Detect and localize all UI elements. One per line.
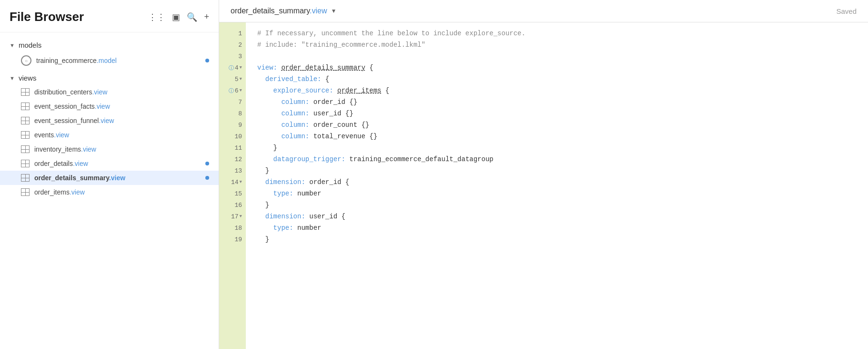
line-num-9: 9 <box>219 120 246 131</box>
file-tab-name: order_details_summary.view <box>231 7 327 15</box>
models-label: models <box>19 41 41 49</box>
code-line-5: derived_table: { <box>257 74 857 85</box>
code-editor[interactable]: # If necessary, uncomment the line below… <box>246 22 868 349</box>
code-line-7: column: order_id {} <box>257 97 857 108</box>
model-filename: training_ecommerce.model <box>36 57 201 64</box>
sidebar-item-distribution-centers[interactable]: distribution_centers.view <box>0 85 219 99</box>
line-num-18: 18 <box>219 223 246 234</box>
code-line-2: # include: "training_ecommerce.model.lkm… <box>257 40 857 51</box>
editor-header: order_details_summary.view ▼ Saved <box>219 0 868 22</box>
view-filename: event_session_funnel.view <box>34 117 209 124</box>
line-num-14: 14 ▼ <box>219 177 246 188</box>
code-line-6: explore_source: order_items { <box>257 85 857 97</box>
sidebar-item-event-session-funnel[interactable]: event_session_funnel.view <box>0 113 219 128</box>
line-numbers: 1 2 3 ⓘ 4 ▼ 5 ▼ ⓘ 6 ▼ 7 8 9 10 11 12 13 <box>219 22 246 349</box>
sidebar: File Browser ⋮⋮ ▣ 🔍 + ▼ models ○ trainin… <box>0 0 219 349</box>
checkbox-icon[interactable]: ▣ <box>172 12 180 22</box>
view-filename: order_details.view <box>34 160 201 167</box>
info-icon-6[interactable]: ⓘ <box>229 87 234 96</box>
line-num-11: 11 <box>219 143 246 154</box>
modified-dot <box>205 162 209 165</box>
code-line-4: view: order_details_summary { <box>257 62 857 74</box>
plus-icon[interactable]: + <box>204 12 209 22</box>
line-num-3: 3 <box>219 51 246 62</box>
line-num-2: 2 <box>219 40 246 51</box>
views-label: views <box>19 74 37 82</box>
code-line-18: type: number <box>257 223 857 234</box>
line-num-4: ⓘ 4 ▼ <box>219 62 246 74</box>
sidebar-toolbar: ⋮⋮ ▣ 🔍 + <box>148 12 209 22</box>
models-parent[interactable]: ▼ models <box>0 38 219 52</box>
view-icon <box>21 88 30 96</box>
code-line-1: # If necessary, uncomment the line below… <box>257 28 857 40</box>
line-num-7: 7 <box>219 97 246 108</box>
search-icon[interactable]: 🔍 <box>187 12 197 22</box>
file-tab-ext: .view <box>310 7 327 15</box>
file-tree: ▼ models ○ training_ecommerce.model ▼ vi… <box>0 32 219 349</box>
line-num-10: 10 <box>219 131 246 143</box>
model-ext: .model <box>97 57 117 64</box>
code-line-10: column: total_revenue {} <box>257 131 857 143</box>
tab-dropdown-arrow[interactable]: ▼ <box>331 8 336 14</box>
view-icon <box>21 160 30 167</box>
views-section: ▼ views distribution_centers.view <box>0 71 219 199</box>
fold-arrow-17[interactable]: ▼ <box>240 213 242 220</box>
sidebar-item-events[interactable]: events.view <box>0 128 219 142</box>
views-children: distribution_centers.view event_session_… <box>0 85 219 199</box>
line-num-17: 17 ▼ <box>219 211 246 223</box>
file-tab[interactable]: order_details_summary.view ▼ <box>231 7 336 15</box>
sidebar-item-order-details[interactable]: order_details.view <box>0 156 219 171</box>
code-line-9: column: order_count {} <box>257 120 857 131</box>
code-line-17: dimension: user_id { <box>257 211 857 223</box>
view-icon <box>21 117 30 124</box>
sidebar-item-order-details-summary[interactable]: order_details_summary.view <box>0 171 219 185</box>
code-line-19: } <box>257 234 857 246</box>
code-line-12: datagroup_trigger: training_ecommerce_de… <box>257 154 857 165</box>
models-section: ▼ models ○ training_ecommerce.model <box>0 38 219 69</box>
line-num-6: ⓘ 6 ▼ <box>219 85 246 97</box>
sidebar-title: File Browser <box>10 10 84 24</box>
code-line-3 <box>257 51 857 62</box>
line-num-1: 1 <box>219 28 246 40</box>
models-children: ○ training_ecommerce.model <box>0 52 219 69</box>
code-line-11: } <box>257 143 857 154</box>
view-icon <box>21 103 30 110</box>
models-chevron: ▼ <box>10 42 15 48</box>
sidebar-item-inventory-items[interactable]: inventory_items.view <box>0 142 219 156</box>
code-line-13: } <box>257 165 857 177</box>
line-num-15: 15 <box>219 188 246 200</box>
views-parent[interactable]: ▼ views <box>0 71 219 85</box>
sidebar-item-event-session-facts[interactable]: event_session_facts.view <box>0 99 219 113</box>
view-icon <box>21 145 30 153</box>
code-line-16: } <box>257 200 857 211</box>
fold-arrow-4[interactable]: ▼ <box>240 64 242 72</box>
views-chevron: ▼ <box>10 75 15 81</box>
view-filename: inventory_items.view <box>34 145 209 153</box>
code-line-8: column: user_id {} <box>257 108 857 120</box>
editor-area: order_details_summary.view ▼ Saved 1 2 3… <box>219 0 868 349</box>
view-filename: event_session_facts.view <box>34 103 209 110</box>
sidebar-item-training-ecommerce-model[interactable]: ○ training_ecommerce.model <box>0 52 219 69</box>
fold-arrow-6[interactable]: ▼ <box>240 87 242 94</box>
code-line-14: dimension: order_id { <box>257 177 857 188</box>
line-num-19: 19 <box>219 234 246 246</box>
view-icon <box>21 188 30 196</box>
modified-dot <box>205 59 209 62</box>
editor-body: 1 2 3 ⓘ 4 ▼ 5 ▼ ⓘ 6 ▼ 7 8 9 10 11 12 13 <box>219 22 868 349</box>
view-filename: order_items.view <box>34 188 209 196</box>
code-line-15: type: number <box>257 188 857 200</box>
model-icon: ○ <box>21 55 31 66</box>
line-num-16: 16 <box>219 200 246 211</box>
line-num-8: 8 <box>219 108 246 120</box>
fold-arrow-5[interactable]: ▼ <box>240 76 242 83</box>
line-num-12: 12 <box>219 154 246 165</box>
view-filename: order_details_summary.view <box>34 174 201 182</box>
fold-arrow-14[interactable]: ▼ <box>240 179 242 186</box>
sidebar-item-order-items[interactable]: order_items.view <box>0 185 219 199</box>
view-filename: distribution_centers.view <box>34 88 209 96</box>
filter-icon[interactable]: ⋮⋮ <box>148 12 165 22</box>
info-icon-4[interactable]: ⓘ <box>229 64 234 73</box>
view-icon <box>21 131 30 139</box>
sidebar-header: File Browser ⋮⋮ ▣ 🔍 + <box>0 0 219 32</box>
view-icon <box>21 174 30 182</box>
